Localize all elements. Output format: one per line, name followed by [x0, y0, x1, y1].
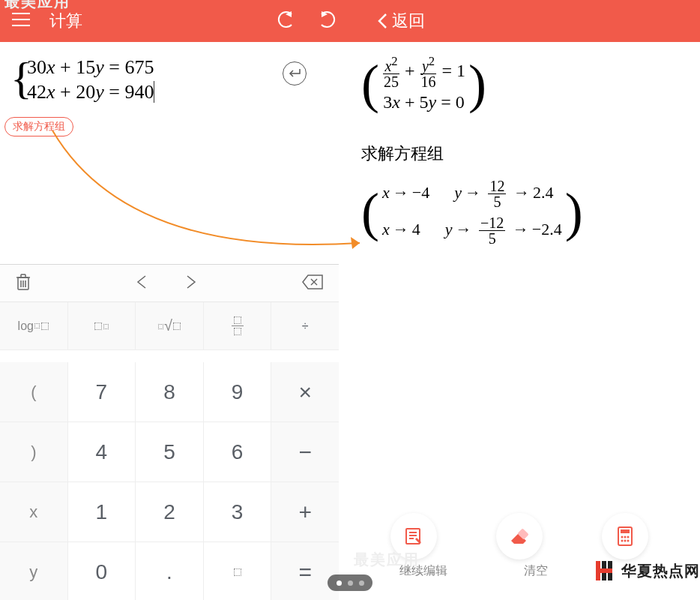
watermark-text: 华夏热点网 [621, 561, 700, 581]
key-plus[interactable]: + [271, 482, 339, 542]
key-4[interactable]: 4 [68, 422, 136, 482]
key-9[interactable]: 9 [204, 362, 272, 422]
example-system: ( x225 + y216 = 1 3x + 5y = 0 ) [361, 56, 486, 112]
page-indicator [328, 574, 372, 591]
pager-dot-2 [348, 580, 353, 586]
back-button[interactable]: 返回 [377, 10, 425, 32]
pager-dot-1 [337, 580, 342, 586]
keyboard-toolbar [0, 265, 339, 302]
pager-dot-3 [359, 580, 364, 586]
equation-input[interactable]: { 30x + 15y = 675 42x + 20y = 940 [10, 56, 154, 104]
header-nav: 返回 [275, 10, 425, 32]
key-6[interactable]: 6 [204, 422, 272, 482]
brace-icon: { [10, 56, 32, 100]
key-rparen[interactable]: ) [0, 422, 68, 482]
redo-icon[interactable] [319, 11, 338, 31]
calculator-button[interactable] [602, 513, 648, 560]
key-minus[interactable]: − [271, 422, 339, 482]
solve-system-tag[interactable]: 求解方程组 [4, 117, 73, 136]
clear-label: 清空 [524, 563, 548, 579]
key-divide[interactable]: ÷ [271, 302, 339, 350]
svg-point-23 [627, 536, 629, 538]
key-2[interactable]: 2 [136, 482, 204, 542]
action-labels: 继续编辑 清空 [361, 563, 586, 579]
key-3[interactable]: 3 [204, 482, 272, 542]
trash-icon[interactable] [15, 273, 31, 294]
header-title: 计算 [49, 10, 82, 32]
svg-point-22 [624, 536, 626, 538]
equation-line-2: 42x + 20y = 940 [27, 80, 154, 105]
result-matrix: ( x→−4 y→ 125 →2.4 x→4 y→ −125 [361, 178, 583, 246]
app-header: 计算 返回 [0, 0, 700, 42]
site-watermark: 华夏热点网 [594, 560, 700, 582]
equation-line-1: 30x + 15y = 675 [27, 56, 154, 80]
undo-icon[interactable] [275, 11, 295, 31]
key-power[interactable] [68, 302, 136, 350]
action-buttons [361, 513, 678, 560]
cursor-right-icon[interactable] [185, 274, 197, 292]
key-1[interactable]: 1 [68, 482, 136, 542]
continue-edit-label: 继续编辑 [399, 563, 447, 579]
key-dot[interactable]: . [136, 542, 204, 600]
key-root[interactable]: √ [136, 302, 204, 350]
content-area: { 30x + 15y = 675 42x + 20y = 940 求解方程组 [0, 42, 700, 600]
backspace-icon[interactable] [301, 274, 324, 293]
right-panel: ( x225 + y216 = 1 3x + 5y = 0 ) 求解方程组 [339, 42, 700, 600]
continue-edit-button[interactable] [390, 513, 437, 560]
key-placeholder[interactable] [204, 542, 272, 600]
annotation-arrow [37, 123, 367, 273]
key-7[interactable]: 7 [68, 362, 136, 422]
key-x[interactable]: x [0, 482, 68, 542]
key-multiply[interactable]: × [271, 362, 339, 422]
menu-icon[interactable] [12, 12, 31, 30]
key-lparen[interactable]: ( [0, 362, 68, 422]
math-keyboard: log √ ÷ ( 7 8 9 × ) 4 5 6 [0, 264, 339, 600]
key-0[interactable]: 0 [68, 542, 136, 600]
svg-point-26 [627, 540, 629, 542]
key-fraction[interactable] [204, 302, 272, 350]
svg-point-25 [624, 540, 626, 542]
back-label: 返回 [392, 10, 425, 32]
key-log[interactable]: log [0, 302, 68, 350]
key-5[interactable]: 5 [136, 422, 204, 482]
key-8[interactable]: 8 [136, 362, 204, 422]
key-y[interactable]: y [0, 542, 68, 600]
svg-point-24 [621, 540, 623, 542]
key-equals[interactable]: = [271, 542, 339, 600]
watermark-logo-icon [594, 560, 617, 582]
enter-button[interactable] [283, 62, 307, 86]
clear-button[interactable] [496, 513, 543, 560]
svg-rect-20 [621, 530, 630, 533]
result-title: 求解方程组 [361, 142, 444, 165]
cursor-left-icon[interactable] [136, 274, 148, 292]
svg-point-21 [621, 536, 623, 538]
